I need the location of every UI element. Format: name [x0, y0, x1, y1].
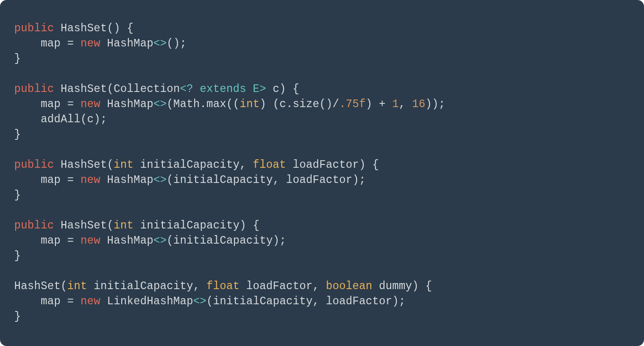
code-token-pn: HashSet(	[54, 219, 114, 232]
code-token-gen: <>	[153, 174, 167, 186]
code-token-num: 1	[392, 98, 399, 110]
code-line: }	[14, 248, 630, 264]
code-token-kw: new	[80, 295, 100, 308]
code-token-gen: <? extends E>	[180, 83, 266, 95]
code-token-pn: ();	[167, 37, 187, 50]
code-token-pn: }	[14, 189, 21, 201]
code-line: }	[14, 309, 630, 324]
code-token-pn: }	[14, 310, 21, 323]
code-token-kw: public	[14, 219, 54, 232]
code-token-pn: (initialCapacity, loadFactor);	[206, 295, 405, 308]
code-token-kw: new	[80, 37, 100, 50]
code-token-kw: public	[14, 159, 54, 171]
code-token-pn: c) {	[266, 83, 299, 95]
code-token-pn: (Math.max((	[167, 98, 240, 110]
code-line	[14, 142, 630, 157]
code-line: public HashSet(int initialCapacity, floa…	[14, 157, 630, 173]
code-token-pn: HashMap	[100, 37, 153, 50]
code-token-gen: <>	[153, 98, 167, 110]
code-line: HashSet(int initialCapacity, float loadF…	[14, 279, 630, 294]
code-token-kw: new	[80, 235, 100, 247]
code-line: }	[14, 127, 630, 142]
code-line: public HashSet(Collection<? extends E> c…	[14, 82, 630, 97]
code-token-pn: map =	[14, 235, 80, 247]
code-token-pn: ));	[425, 98, 445, 110]
code-token-type: int	[114, 219, 134, 232]
code-block: public HashSet() { map = new HashMap<>()…	[0, 0, 644, 346]
code-token-pn: ) (c.size()/	[259, 98, 339, 110]
code-line: map = new HashMap<>(Math.max((int) (c.si…	[14, 97, 630, 112]
code-token-pn: ,	[399, 98, 412, 110]
code-token-pn: HashMap	[100, 174, 153, 186]
code-token-pn: loadFactor,	[240, 280, 326, 292]
code-token-type: int	[114, 159, 134, 171]
code-token-gen: <>	[193, 295, 206, 308]
code-token-pn: }	[14, 250, 21, 262]
code-token-num: 16	[412, 98, 425, 110]
code-line: map = new LinkedHashMap<>(initialCapacit…	[14, 294, 630, 309]
code-token-kw: public	[14, 83, 54, 95]
code-line: addAll(c);	[14, 112, 630, 127]
code-token-kw: new	[80, 98, 100, 110]
code-line: public HashSet(int initialCapacity) {	[14, 218, 630, 233]
code-token-type: float	[253, 159, 286, 171]
code-token-pn: (initialCapacity);	[167, 235, 286, 247]
code-token-pn: dummy) {	[372, 280, 432, 292]
code-token-pn: HashMap	[100, 235, 153, 247]
code-token-pn: }	[14, 128, 21, 141]
code-content[interactable]: public HashSet() { map = new HashMap<>()…	[14, 21, 630, 324]
code-token-type: int	[240, 98, 259, 110]
code-token-pn: ) +	[366, 98, 392, 110]
code-token-pn: HashSet(Collection	[54, 83, 180, 95]
code-token-num: .75f	[339, 98, 366, 110]
code-token-gen: <>	[153, 37, 167, 50]
code-line: public HashSet() {	[14, 21, 630, 36]
code-token-pn: HashSet() {	[54, 22, 134, 35]
code-token-pn: initialCapacity,	[134, 159, 253, 171]
code-token-pn: initialCapacity,	[87, 280, 206, 292]
code-token-type: float	[206, 280, 240, 292]
code-token-pn: (initialCapacity, loadFactor);	[167, 174, 366, 186]
code-token-pn: HashSet(	[14, 280, 67, 292]
code-token-type: boolean	[326, 280, 372, 292]
code-token-pn: addAll(c);	[14, 113, 107, 126]
code-token-pn: }	[14, 53, 21, 65]
code-token-type: int	[67, 280, 87, 292]
code-line	[14, 203, 630, 218]
code-token-pn: map =	[14, 174, 80, 186]
code-token-kw: new	[80, 174, 100, 186]
code-line	[14, 264, 630, 279]
code-line: map = new HashMap<>(initialCapacity, loa…	[14, 173, 630, 188]
code-token-pn: map =	[14, 295, 80, 308]
code-token-pn: HashMap	[100, 98, 153, 110]
code-line: }	[14, 51, 630, 66]
code-line: map = new HashMap<>();	[14, 36, 630, 51]
code-token-pn: map =	[14, 98, 80, 110]
code-line: map = new HashMap<>(initialCapacity);	[14, 233, 630, 248]
code-line	[14, 66, 630, 82]
code-token-pn: LinkedHashMap	[100, 295, 193, 308]
code-token-pn: map =	[14, 37, 80, 50]
code-token-pn: HashSet(	[54, 159, 114, 171]
code-line: }	[14, 188, 630, 203]
code-token-pn: initialCapacity) {	[134, 219, 259, 232]
code-token-gen: <>	[153, 235, 167, 247]
code-token-kw: public	[14, 22, 54, 35]
code-token-pn: loadFactor) {	[286, 159, 379, 171]
